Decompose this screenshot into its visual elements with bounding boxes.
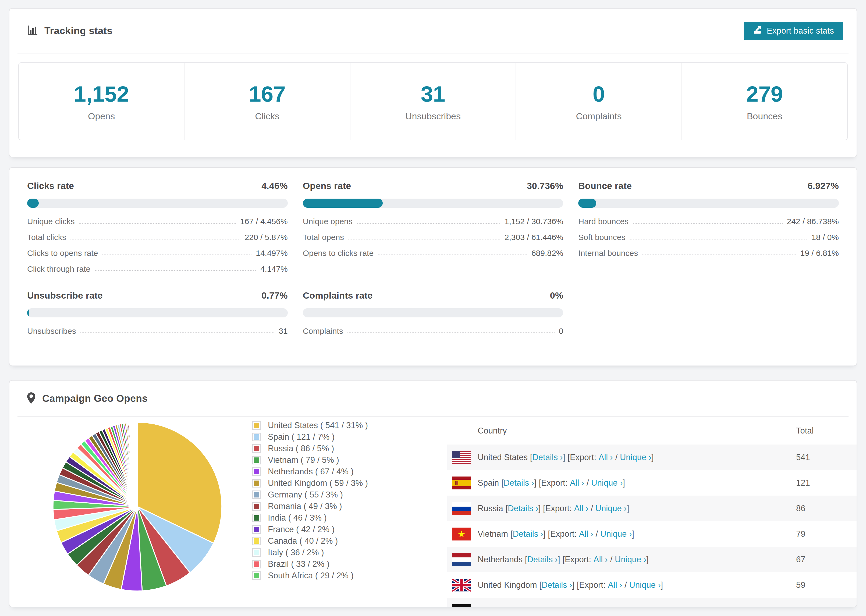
legend-item-germany[interactable]: Germany ( 55 / 3% ) <box>252 489 368 500</box>
rate-row-unique-opens: Unique opens1,152 / 30.736% <box>303 215 564 226</box>
stat-value: 31 <box>420 82 445 107</box>
export-text: ] [Export: <box>543 529 579 539</box>
rate-title: Opens rate <box>303 181 351 191</box>
export-all-link[interactable]: All › <box>579 529 593 539</box>
export-unique-link[interactable]: Unique › <box>600 529 632 539</box>
legend-label: India ( 46 / 3% ) <box>268 513 327 523</box>
export-all-link[interactable]: All › <box>570 478 584 488</box>
bracket-text: [ <box>527 453 532 462</box>
legend-item-spain[interactable]: Spain ( 121 / 7% ) <box>252 431 368 443</box>
rate-row-total-opens: Total opens2,303 / 61.446% <box>303 231 564 242</box>
export-unique-link[interactable]: Unique › <box>595 504 627 513</box>
rate-row-label: Opens to clicks rate <box>303 248 373 258</box>
rate-row-internal-bounces: Internal bounces19 / 6.81% <box>578 247 839 258</box>
export-unique-link[interactable]: Unique › <box>620 453 651 462</box>
progressbar-fill <box>27 199 39 208</box>
legend-item-brazil[interactable]: Brazil ( 33 / 2% ) <box>252 558 368 570</box>
export-unique-link[interactable]: Unique › <box>629 580 661 590</box>
rate-panel-head: Bounce rate6.927% <box>578 181 839 191</box>
details-link[interactable]: Details › <box>504 478 534 488</box>
rate-row-value: 220 / 5.87% <box>245 233 288 242</box>
country-cell: Spain [Details ›] [Export: All › / Uniqu… <box>447 476 796 489</box>
export-unique-link[interactable]: Unique › <box>615 555 646 564</box>
details-link[interactable]: Details › <box>542 580 572 590</box>
flag-nl-icon <box>452 553 471 566</box>
legend-label: Germany ( 55 / 3% ) <box>268 490 343 500</box>
rates-grid: Clicks rate4.46%Unique clicks167 / 4.456… <box>9 168 857 336</box>
country-cell: United States [Details ›] [Export: All ›… <box>447 451 796 464</box>
rate-panel-head: Unsubscribe rate0.77% <box>27 290 288 301</box>
pie-legend: United States ( 541 / 31% )Spain ( 121 /… <box>252 420 368 581</box>
dotted-leader <box>348 239 500 239</box>
country-cell: ★Vietnam [Details ›] [Export: All › / Un… <box>447 528 796 541</box>
table-row-united-states: United States [Details ›] [Export: All ›… <box>447 445 857 470</box>
tracking-stats-card: Tracking stats Export basic stats 1,152O… <box>9 8 857 157</box>
rate-panel-head: Clicks rate4.46% <box>27 181 288 191</box>
dotted-leader <box>79 223 236 224</box>
legend-item-romania[interactable]: Romania ( 49 / 3% ) <box>252 500 368 512</box>
rate-row-value: 19 / 6.81% <box>800 248 839 258</box>
export-all-link[interactable]: All › <box>594 555 608 564</box>
legend-label: Vietnam ( 79 / 5% ) <box>268 455 339 465</box>
legend-swatch <box>252 571 261 580</box>
es-emblem <box>455 481 458 485</box>
flag-us-icon <box>452 451 471 464</box>
legend-label: United Kingdom ( 59 / 3% ) <box>268 478 368 488</box>
rate-row-label: Unsubscribes <box>27 327 76 336</box>
stat-label: Complaints <box>576 111 622 121</box>
legend-label: Spain ( 121 / 7% ) <box>268 432 335 442</box>
details-link[interactable]: Details › <box>508 504 538 513</box>
legend-item-russia[interactable]: Russia ( 86 / 5% ) <box>252 443 368 454</box>
legend-swatch <box>252 433 261 441</box>
legend-item-south-africa[interactable]: South Africa ( 29 / 2% ) <box>252 570 368 581</box>
legend-swatch <box>252 525 261 534</box>
rate-row-label: Complaints <box>303 327 343 336</box>
legend-item-india[interactable]: India ( 46 / 3% ) <box>252 512 368 523</box>
bounce-rate-progressbar <box>578 199 839 208</box>
pie-slice-other[interactable] <box>137 422 137 507</box>
details-link[interactable]: Details › <box>513 529 543 539</box>
legend-item-vietnam[interactable]: Vietnam ( 79 / 5% ) <box>252 454 368 466</box>
complaints-rate-progressbar <box>303 308 564 317</box>
country-name: Vietnam <box>478 529 508 539</box>
legend-label: Canada ( 40 / 2% ) <box>268 536 338 546</box>
total-cell: 121 <box>796 478 857 488</box>
legend-item-united-kingdom[interactable]: United Kingdom ( 59 / 3% ) <box>252 477 368 489</box>
stat-label: Opens <box>88 111 115 121</box>
dotted-leader <box>357 223 500 224</box>
rate-row-label: Total opens <box>303 233 344 242</box>
rate-row-value: 2,303 / 61.446% <box>505 233 564 242</box>
rate-row-click-through-rate: Click through rate4.147% <box>27 263 288 273</box>
bracket-text: ] <box>661 580 663 590</box>
dotted-leader <box>102 255 252 255</box>
details-link[interactable]: Details › <box>527 555 558 564</box>
rates-card: Clicks rate4.46%Unique clicks167 / 4.456… <box>9 167 857 366</box>
export-all-link[interactable]: All › <box>574 504 588 513</box>
details-link[interactable]: Details › <box>532 453 563 462</box>
rate-row-value: 0 <box>559 327 564 336</box>
legend-swatch <box>252 479 261 487</box>
rate-value: 30.736% <box>527 181 564 191</box>
export-text: ] [Export: <box>534 478 570 488</box>
rate-row-label: Total clicks <box>27 233 66 242</box>
legend-item-netherlands[interactable]: Netherlands ( 67 / 4% ) <box>252 466 368 477</box>
rate-value: 0.77% <box>261 290 288 301</box>
rate-panel-bounce-rate: Bounce rate6.927%Hard bounces242 / 86.73… <box>578 181 839 273</box>
summary-stat-complaints: 0Complaints <box>516 63 681 140</box>
export-unique-link[interactable]: Unique › <box>591 478 623 488</box>
rate-panel-head: Opens rate30.736% <box>303 181 564 191</box>
legend-label: Brazil ( 33 / 2% ) <box>268 559 329 569</box>
export-basic-stats-button[interactable]: Export basic stats <box>744 22 843 40</box>
export-all-link[interactable]: All › <box>599 453 613 462</box>
tracking-stats-header: Tracking stats Export basic stats <box>9 9 857 53</box>
summary-stat-clicks: 167Clicks <box>184 63 350 140</box>
rate-panel-clicks-rate: Clicks rate4.46%Unique clicks167 / 4.456… <box>27 181 288 273</box>
legend-item-france[interactable]: France ( 42 / 2% ) <box>252 523 368 535</box>
slash-text: / <box>589 504 595 513</box>
export-all-link[interactable]: All › <box>608 580 622 590</box>
country-name: Netherlands <box>478 555 523 564</box>
flag-vn-icon: ★ <box>452 528 471 541</box>
legend-item-united-states[interactable]: United States ( 541 / 31% ) <box>252 420 368 431</box>
legend-item-canada[interactable]: Canada ( 40 / 2% ) <box>252 535 368 547</box>
legend-item-italy[interactable]: Italy ( 36 / 2% ) <box>252 547 368 558</box>
